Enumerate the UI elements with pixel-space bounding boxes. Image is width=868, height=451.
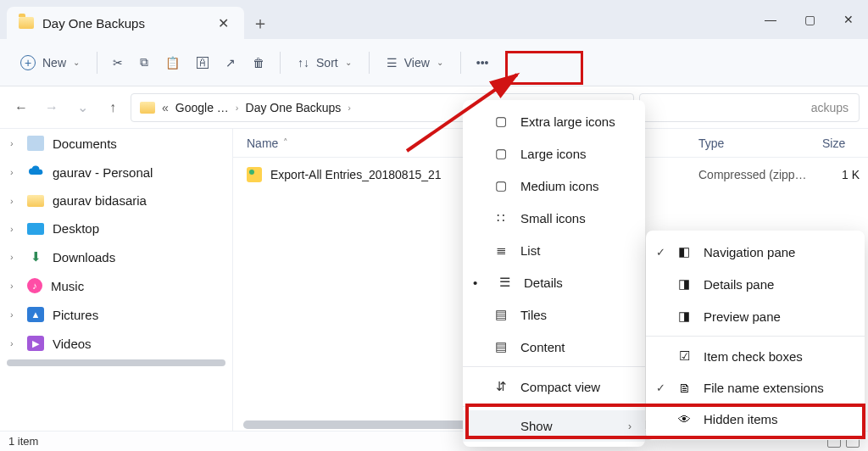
menu-large-icons[interactable]: ▢Large icons [463, 137, 645, 170]
sidebar-item-folder[interactable]: ›gaurav bidasaria [0, 187, 232, 214]
ellipsis-icon: ••• [476, 56, 489, 70]
sidebar-item-downloads[interactable]: ›⬇Downloads [0, 242, 232, 271]
small-icons-icon: ∷ [493, 210, 509, 226]
separator [97, 52, 97, 74]
menu-show[interactable]: Show› [463, 410, 645, 442]
file-type: Compressed (zipp… [665, 168, 809, 181]
chevron-down-icon: ⌄ [73, 58, 80, 67]
new-label: New [42, 56, 66, 70]
menu-details-pane[interactable]: ◨Details pane [646, 268, 865, 300]
breadcrumb-ellipsis: « [162, 101, 169, 114]
chevron-right-icon: › [628, 420, 632, 432]
more-button[interactable]: ••• [470, 51, 496, 75]
content-icon: ▤ [493, 339, 509, 354]
extra-large-icons-icon: ▢ [493, 114, 509, 129]
menu-details[interactable]: ☰Details [463, 266, 645, 298]
download-icon: ⬇ [27, 249, 44, 264]
pane-icon: ◨ [676, 276, 692, 292]
close-tab-button[interactable]: ✕ [214, 15, 232, 31]
sort-label: Sort [316, 56, 338, 70]
window-tab[interactable]: Day One Backups ✕ [7, 7, 244, 39]
clipboard-icon: 📋 [165, 56, 180, 70]
checkbox-icon: ☑ [676, 348, 692, 364]
navigation-sidebar: ›Documents ›gaurav - Personal ›gaurav bi… [0, 129, 233, 431]
window-controls: — ▢ ✕ [751, 0, 868, 39]
breadcrumb-part[interactable]: Day One Backups [246, 101, 342, 114]
paste-button[interactable]: 📋 [159, 51, 186, 75]
recent-button[interactable]: ⌄ [70, 95, 95, 120]
close-window-button[interactable]: ✕ [829, 0, 868, 39]
sidebar-scrollbar[interactable] [7, 359, 225, 366]
forward-button[interactable]: → [39, 95, 64, 120]
new-tab-button[interactable]: ＋ [244, 7, 276, 39]
breadcrumb-part[interactable]: Google … [175, 101, 229, 114]
sidebar-item-onedrive[interactable]: ›gaurav - Personal [0, 158, 232, 187]
sidebar-item-music[interactable]: ›♪Music [0, 271, 232, 300]
onedrive-icon [27, 164, 44, 180]
minimize-button[interactable]: — [751, 0, 790, 39]
documents-icon [27, 136, 44, 151]
menu-list[interactable]: ≣List [463, 234, 645, 266]
up-button[interactable]: ↑ [100, 95, 125, 120]
menu-tiles[interactable]: ▤Tiles [463, 298, 645, 331]
menu-separator [463, 406, 645, 407]
chevron-right-icon: › [348, 103, 351, 113]
menu-small-icons[interactable]: ∷Small icons [463, 202, 645, 234]
folder-icon [19, 17, 34, 29]
eye-icon: 👁 [676, 412, 692, 426]
pane-icon: ◨ [676, 309, 692, 324]
share-button[interactable]: ↗ [219, 51, 242, 75]
menu-item-check-boxes[interactable]: ☑Item check boxes [646, 340, 865, 372]
menu-preview-pane[interactable]: ◨Preview pane [646, 300, 865, 332]
delete-button[interactable]: 🗑 [246, 51, 271, 75]
chevron-down-icon: ⌄ [437, 58, 443, 67]
folder-icon [140, 102, 155, 114]
sort-button[interactable]: ↑↓ Sort ⌄ [289, 51, 360, 75]
cut-button[interactable]: ✂ [106, 51, 130, 75]
title-bar: Day One Backups ✕ ＋ — ▢ ✕ [0, 0, 868, 39]
tab-title: Day One Backups [42, 16, 206, 31]
new-button[interactable]: + New ⌄ [12, 50, 88, 75]
folder-icon [27, 195, 44, 207]
check-icon: ✓ [656, 381, 665, 394]
column-type[interactable]: Type [665, 136, 809, 150]
view-button[interactable]: ☰ View ⌄ [378, 51, 452, 75]
file-icon: 🗎 [676, 381, 692, 395]
menu-hidden-items[interactable]: 👁Hidden items [646, 404, 865, 435]
menu-navigation-pane[interactable]: ✓◧Navigation pane [646, 236, 865, 268]
separator [460, 52, 461, 74]
separator [280, 52, 281, 74]
maximize-button[interactable]: ▢ [790, 0, 829, 39]
search-input[interactable]: Search ackups [639, 93, 860, 122]
large-icons-icon: ▢ [493, 146, 509, 161]
menu-medium-icons[interactable]: ▢Medium icons [463, 170, 645, 202]
rename-button[interactable]: 🄰 [190, 51, 215, 75]
scissors-icon: ✂ [113, 56, 123, 70]
back-button[interactable]: ← [8, 95, 34, 120]
details-icon: ☰ [497, 275, 512, 290]
rename-icon: 🄰 [197, 56, 209, 70]
trash-icon: 🗑 [253, 56, 264, 70]
copy-icon: ⧉ [140, 55, 148, 70]
list-icon: ≣ [493, 242, 509, 258]
view-label: View [404, 56, 430, 70]
videos-icon: ▶ [27, 336, 44, 351]
chevron-right-icon: › [236, 103, 239, 113]
menu-separator [463, 366, 645, 367]
zip-icon [247, 167, 262, 182]
sidebar-item-documents[interactable]: ›Documents [0, 129, 232, 158]
list-icon: ☰ [387, 56, 398, 70]
plus-icon: + [20, 55, 36, 70]
sidebar-item-pictures[interactable]: ›▲Pictures [0, 300, 232, 329]
file-name: Export-All Entries_20180815_21 [270, 168, 442, 181]
pane-icon: ◧ [676, 244, 692, 259]
copy-button[interactable]: ⧉ [133, 50, 155, 75]
sidebar-item-videos[interactable]: ›▶Videos [0, 329, 232, 358]
menu-compact-view[interactable]: ⇵Compact view [463, 370, 645, 403]
menu-extra-large-icons[interactable]: ▢Extra large icons [463, 105, 645, 137]
share-icon: ↗ [225, 56, 236, 70]
sidebar-item-desktop[interactable]: ›Desktop [0, 214, 232, 242]
column-size[interactable]: Size [809, 136, 868, 150]
menu-content[interactable]: ▤Content [463, 331, 645, 363]
menu-file-name-extensions[interactable]: ✓🗎File name extensions [646, 372, 865, 404]
